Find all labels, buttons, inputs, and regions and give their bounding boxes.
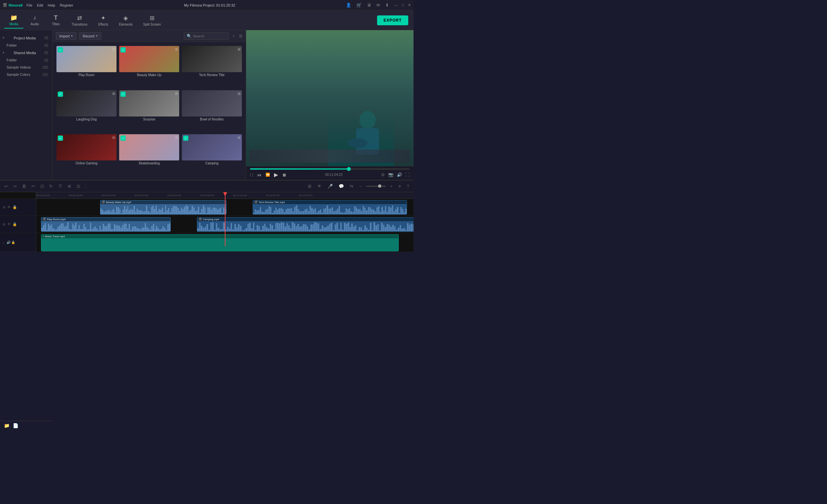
- progress-bar[interactable]: [250, 168, 409, 170]
- minus-icon[interactable]: −: [358, 183, 363, 190]
- help-menu[interactable]: Help: [48, 3, 55, 7]
- audio-speaker-icon[interactable]: 🔊: [7, 241, 10, 244]
- filter-icon[interactable]: ▿: [233, 34, 235, 38]
- track2-controls[interactable]: 👁 🔒: [7, 222, 17, 226]
- close-btn[interactable]: ✕: [408, 3, 411, 7]
- sidebar-shared-media[interactable]: ▾ Shared Media (0): [0, 49, 52, 56]
- tool-elements[interactable]: ◈ Elements: [114, 12, 138, 28]
- comment-icon[interactable]: 💬: [337, 183, 346, 190]
- add-track-icon[interactable]: ⊞: [3, 205, 5, 209]
- audio-clip-music[interactable]: ♪ Music Track.mp3: [41, 234, 399, 251]
- export-button[interactable]: EXPORT: [377, 15, 408, 25]
- help-icon[interactable]: ?: [405, 183, 411, 190]
- track1-eye-icon[interactable]: 👁: [7, 205, 11, 209]
- undo-button[interactable]: ↩: [3, 183, 9, 190]
- track2-eye-icon[interactable]: 👁: [7, 222, 11, 226]
- overlay-button[interactable]: ⊕: [66, 183, 73, 190]
- play-button[interactable]: ▶: [274, 171, 278, 178]
- preview-video: [246, 30, 414, 166]
- track-labels: ⊞ 👁 🔒 ⊞ 👁 🔒 ♪ 🔊 🔒: [0, 192, 36, 252]
- mic-icon[interactable]: 🎤: [326, 183, 334, 190]
- sidebar-project-media[interactable]: ▾ Project Media (9): [0, 34, 52, 42]
- clip-beauty-makeup[interactable]: 🎬 Beauty Make Up.mp4: [100, 200, 227, 215]
- redo-button[interactable]: ↪: [11, 183, 18, 190]
- media-thumb-laughing[interactable]: ✓ ⊞ Laughing Dog: [55, 89, 118, 133]
- eye-icon[interactable]: 👁: [316, 183, 323, 190]
- audio-icon: ♪: [34, 14, 37, 21]
- media-thumb-gaming[interactable]: ✓ ⊞ Online Gaming: [55, 133, 118, 177]
- rewind-icon[interactable]: ⏮: [257, 172, 261, 178]
- playback-controls[interactable]: { } ⏮ ⏪ ▶ ⏹: [250, 171, 287, 178]
- media-thumb-surprise[interactable]: ✓ ⊞ Surprise: [118, 89, 181, 133]
- user-icon[interactable]: 👤: [346, 3, 351, 7]
- timeline: ↩ ↪ 🗑 ✂ ⊡ ↻ ⏱ ⊕ ⚖ ⊞ 👁 🎤 💬 ⇆ − + ≡ ? ⊞: [0, 180, 414, 252]
- media-thumb-camping[interactable]: ✓ ⊞ Camping: [181, 133, 243, 177]
- tool-transitions[interactable]: ⇄ Transitions: [67, 12, 92, 28]
- volume-icon[interactable]: 🔊: [397, 172, 402, 177]
- speed-button[interactable]: ⏱: [56, 183, 64, 190]
- playhead[interactable]: [225, 192, 226, 246]
- minimize-btn[interactable]: —: [394, 3, 398, 7]
- tool-audio[interactable]: ♪ Audio: [25, 12, 45, 28]
- menu-bar[interactable]: File Edit Help Register: [27, 3, 73, 7]
- main-toolbar: 📁 Media ♪ Audio T Titles ⇄ Transitions ✦…: [0, 10, 414, 30]
- cart-icon[interactable]: 🛒: [356, 3, 362, 7]
- search-box[interactable]: 🔍: [184, 33, 229, 40]
- track1-lock-icon[interactable]: 🔒: [12, 205, 17, 209]
- clip-video2-icon: 🎬: [254, 201, 258, 204]
- media-thumb-tech[interactable]: ⊞ Tech Review Title: [181, 45, 243, 89]
- adjust-button[interactable]: ⚖: [75, 183, 82, 190]
- stop-button[interactable]: ⏹: [282, 172, 287, 178]
- media-thumb-noodles[interactable]: ⊞ Bowl of Noodles: [181, 89, 243, 133]
- tool-effects[interactable]: ✦ Effects: [94, 12, 113, 28]
- grid-view-icon[interactable]: ⊞: [239, 34, 243, 38]
- swap-icon[interactable]: ⇆: [348, 183, 355, 190]
- sidebar-folder-shared[interactable]: Folder (0): [0, 56, 52, 64]
- maximize-btn[interactable]: □: [402, 3, 404, 7]
- clip-playroom[interactable]: 🎬 Play Room.mp4: [41, 217, 171, 232]
- import-button[interactable]: Import ▾: [56, 32, 77, 40]
- track1-controls[interactable]: 👁 🔒: [7, 205, 17, 209]
- tool-media[interactable]: 📁 Media: [4, 12, 23, 29]
- edit-menu[interactable]: Edit: [37, 3, 43, 7]
- settings-icon[interactable]: ⚙: [381, 172, 385, 177]
- tool-split-screen[interactable]: ⊞ Split Screen: [139, 12, 165, 28]
- window-controls[interactable]: — □ ✕: [394, 3, 411, 7]
- preview-controls: { } ⏮ ⏪ ▶ ⏹ 00:11:04:23 ⚙ 📷 🔊 ⛶: [246, 166, 414, 180]
- elements-icon: ◈: [124, 14, 128, 22]
- register-menu[interactable]: Register: [60, 3, 73, 7]
- media-thumb-skate[interactable]: ✓ ⊞ Skateboarding: [118, 133, 181, 177]
- audio-controls[interactable]: 🔊 🔒: [7, 241, 15, 244]
- cut-button[interactable]: ✂: [30, 183, 37, 190]
- sidebar-sample-colors[interactable]: Sample Colors (15): [0, 71, 52, 78]
- fullscreen-icon[interactable]: ⛶: [405, 172, 409, 177]
- search-input[interactable]: [193, 34, 226, 38]
- track2-lock-icon[interactable]: 🔒: [12, 222, 17, 226]
- sidebar-folder-project[interactable]: Folder (9): [0, 42, 52, 49]
- timeline-body: ⊞ 👁 🔒 ⊞ 👁 🔒 ♪ 🔊 🔒: [0, 192, 414, 252]
- crop-button[interactable]: ⊡: [39, 183, 46, 190]
- equalizer-icon[interactable]: ≡: [397, 183, 403, 190]
- step-back-icon[interactable]: ⏪: [265, 172, 270, 177]
- mail-icon[interactable]: ✉: [377, 3, 380, 7]
- record-button[interactable]: Record ▾: [79, 32, 101, 40]
- media-thumb-playroom[interactable]: ✓ ⊞ Play Room: [55, 45, 118, 89]
- clip-tech-review[interactable]: 🎬 Tech Review Title.mp4: [253, 200, 407, 215]
- screen-icon[interactable]: 🖥: [367, 3, 371, 7]
- file-menu[interactable]: File: [27, 3, 33, 7]
- plus-icon[interactable]: +: [389, 183, 394, 190]
- audio-lock-icon[interactable]: 🔒: [11, 241, 15, 244]
- timeline-content[interactable]: 00:00:00:00 00:02:00:00 00:04:00:00 00:0…: [36, 192, 414, 252]
- audio-adjust-button[interactable]: ↻: [48, 183, 54, 190]
- track-settings-icon[interactable]: ⊞: [306, 183, 313, 190]
- snapshot-icon[interactable]: 📷: [388, 172, 393, 177]
- clip-playroom-label: Play Room.mp4: [47, 218, 66, 221]
- download-icon[interactable]: ⬇: [385, 3, 389, 7]
- media-thumb-beauty[interactable]: ✓ ⊞ Beauty Make Up: [118, 45, 181, 89]
- delete-button[interactable]: 🗑: [20, 183, 28, 190]
- tool-titles[interactable]: T Titles: [46, 12, 66, 28]
- add-track2-icon[interactable]: ⊞: [3, 222, 5, 226]
- sidebar-sample-videos[interactable]: Sample Videos (20): [0, 64, 52, 71]
- zoom-slider[interactable]: [366, 186, 386, 187]
- clip-camping[interactable]: 🎬 Camping.mp4: [197, 217, 414, 232]
